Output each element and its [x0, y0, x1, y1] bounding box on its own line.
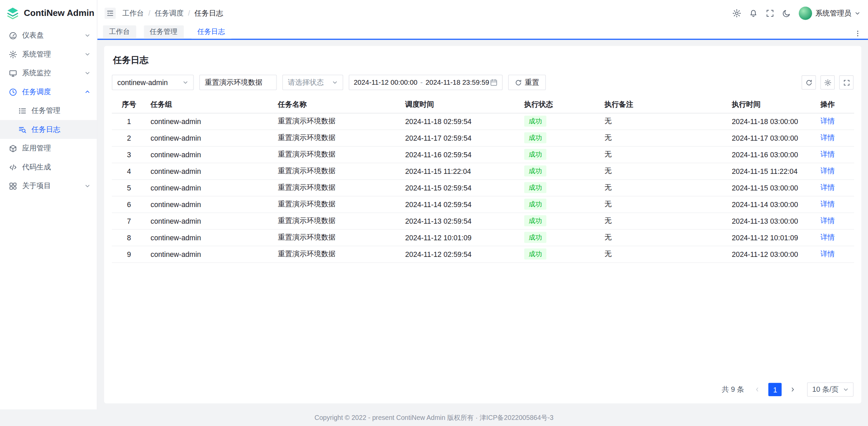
detail-link[interactable]: 详情 [821, 233, 835, 241]
pagination-page-1[interactable]: 1 [769, 383, 782, 396]
cell-exec-time: 2024-11-17 03:00:00 [727, 129, 816, 146]
cell-index: 4 [112, 163, 146, 179]
logo-row[interactable]: ContiNew Admin [0, 0, 97, 26]
sidebar-item-task-log[interactable]: 任务日志 [0, 120, 97, 139]
cell-exec-time: 2024-11-15 11:22:04 [727, 163, 816, 179]
table-row: 5 continew-admin 重置演示环境数据 2024-11-15 02:… [112, 179, 854, 196]
status-badge: 成功 [524, 199, 546, 210]
detail-link[interactable]: 详情 [821, 150, 835, 158]
tab-more-icon[interactable] [854, 29, 861, 37]
cell-status: 成功 [520, 212, 600, 229]
cell-action: 详情 [816, 113, 854, 129]
detail-link[interactable]: 详情 [821, 117, 835, 125]
detail-link[interactable]: 详情 [821, 183, 835, 191]
sidebar-item-label: 应用管理 [22, 143, 90, 153]
cell-status: 成功 [520, 146, 600, 163]
table-settings-button[interactable] [821, 75, 835, 89]
breadcrumb-item[interactable]: 工作台 [122, 8, 144, 18]
copyright-text: Copyright © 2022 - present ContiNew Admi… [315, 413, 554, 423]
task-group-select[interactable]: continew-admin [112, 75, 194, 90]
cell-index: 6 [112, 196, 146, 212]
date-range-picker[interactable]: 2024-11-12 00:00:00 - 2024-11-18 23:59:5… [349, 75, 503, 90]
date-start-value[interactable]: 2024-11-12 00:00:00 [354, 79, 417, 86]
tab-workbench[interactable]: 工作台 [103, 25, 136, 39]
column-header: 任务组 [146, 97, 273, 113]
table-row: 4 continew-admin 重置演示环境数据 2024-11-15 11:… [112, 163, 854, 179]
sidebar-item-app-management[interactable]: 应用管理 [0, 139, 97, 158]
detail-link[interactable]: 详情 [821, 200, 835, 208]
cell-exec-time: 2024-11-13 03:00:00 [727, 212, 816, 229]
reset-button[interactable]: 重置 [508, 75, 546, 90]
cell-status: 成功 [520, 179, 600, 196]
task-list-icon [18, 106, 26, 115]
page-size-select[interactable]: 10 条/页 [807, 382, 854, 397]
status-badge: 成功 [524, 116, 546, 127]
table-fullscreen-button[interactable] [839, 75, 853, 89]
tab-task-log[interactable]: 任务日志 [191, 25, 231, 39]
task-name-input[interactable] [205, 78, 271, 86]
cell-schedule-time: 2024-11-15 02:59:54 [401, 179, 520, 196]
detail-link[interactable]: 详情 [821, 249, 835, 258]
cell-task-name: 重置演示环境数据 [274, 163, 401, 179]
gear-icon [9, 50, 17, 58]
grid-icon [9, 182, 17, 190]
settings-icon[interactable] [732, 8, 741, 17]
cell-remark: 无 [600, 113, 727, 129]
pagination-next-button[interactable] [786, 383, 800, 396]
table-row: 1 continew-admin 重置演示环境数据 2024-11-18 02:… [112, 113, 854, 129]
cell-task-group: continew-admin [146, 179, 273, 196]
table-refresh-button[interactable] [802, 75, 816, 89]
cell-task-group: continew-admin [146, 246, 273, 262]
status-badge: 成功 [524, 165, 546, 177]
column-header: 操作 [816, 97, 854, 113]
cell-remark: 无 [600, 163, 727, 179]
column-header: 执行时间 [727, 97, 816, 113]
page-content: 任务日志 continew-admin 请选择状态 [97, 40, 868, 410]
bell-icon[interactable] [749, 8, 758, 17]
status-select[interactable]: 请选择状态 [282, 75, 343, 90]
table-row: 2 continew-admin 重置演示环境数据 2024-11-17 02:… [112, 129, 854, 146]
tab-task-management[interactable]: 任务管理 [144, 25, 184, 39]
cell-remark: 无 [600, 196, 727, 212]
cell-task-name: 重置演示环境数据 [274, 229, 401, 246]
breadcrumb-item-current: 任务日志 [194, 8, 223, 18]
cell-index: 8 [112, 229, 146, 246]
cell-task-group: continew-admin [146, 196, 273, 212]
page-title: 任务日志 [113, 55, 853, 66]
detail-link[interactable]: 详情 [821, 133, 835, 141]
cell-action: 详情 [816, 246, 854, 262]
cell-action: 详情 [816, 212, 854, 229]
sidebar-item-about-project[interactable]: 关于项目 [0, 177, 97, 196]
cell-task-group: continew-admin [146, 146, 273, 163]
sidebar-item-system-management[interactable]: 系统管理 [0, 45, 97, 64]
cell-remark: 无 [600, 129, 727, 146]
chevron-down-icon [855, 10, 860, 16]
task-log-card: 任务日志 continew-admin 请选择状态 [104, 46, 861, 404]
sidebar-item-dashboard[interactable]: 仪表盘 [0, 26, 97, 45]
dashboard-icon [9, 31, 17, 39]
dark-mode-moon-icon[interactable] [782, 8, 791, 17]
user-menu[interactable]: 系统管理员 [799, 6, 860, 20]
pagination: 共 9 条 1 10 条/页 [112, 376, 854, 397]
cell-remark: 无 [600, 229, 727, 246]
sidebar-item-task-management[interactable]: 任务管理 [0, 101, 97, 120]
apps-icon [9, 144, 17, 152]
date-end-value[interactable]: 2024-11-18 23:59:59 [426, 79, 489, 86]
sidebar-item-label: 系统管理 [22, 49, 80, 59]
cell-action: 详情 [816, 179, 854, 196]
sidebar-item-task-scheduling[interactable]: 任务调度 [0, 82, 97, 101]
sidebar-item-code-generation[interactable]: 代码生成 [0, 158, 97, 177]
sidebar-item-system-monitor[interactable]: 系统监控 [0, 64, 97, 83]
breadcrumb: 工作台 / 任务调度 / 任务日志 [122, 8, 223, 18]
detail-link[interactable]: 详情 [821, 216, 835, 224]
sidebar-item-label: 系统监控 [22, 68, 80, 78]
sidebar-collapse-button[interactable] [105, 7, 116, 19]
cell-schedule-time: 2024-11-18 02:59:54 [401, 113, 520, 129]
cell-exec-time: 2024-11-15 03:00:00 [727, 179, 816, 196]
cell-task-group: continew-admin [146, 212, 273, 229]
detail-link[interactable]: 详情 [821, 166, 835, 175]
fullscreen-icon[interactable] [766, 8, 774, 17]
breadcrumb-item[interactable]: 任务调度 [155, 8, 184, 18]
pagination-prev-button[interactable] [751, 383, 764, 396]
table-body: 1 continew-admin 重置演示环境数据 2024-11-18 02:… [112, 113, 854, 262]
